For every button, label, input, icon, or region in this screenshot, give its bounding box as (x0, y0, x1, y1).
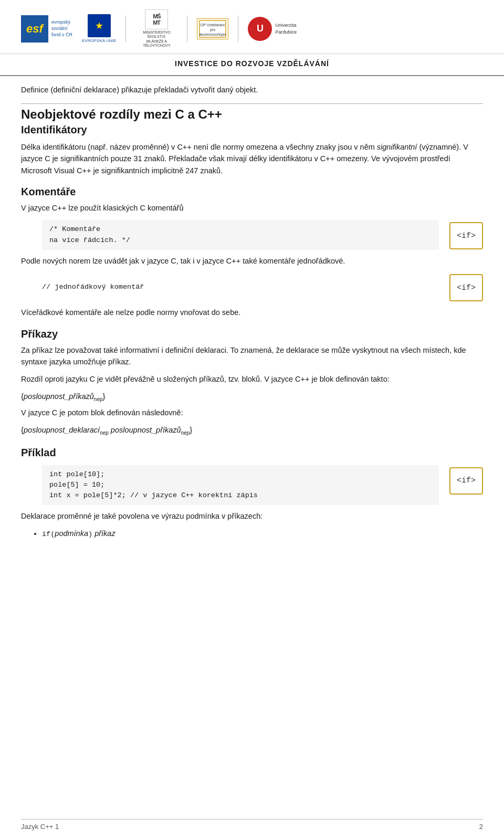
code-block-2: // jednořádkový komentář (42, 283, 439, 291)
footer-left: Jazyk C++ 1 (21, 823, 59, 831)
code-block-1-wrapper: /* Komentáře na více řádcích. */ <if> (42, 220, 483, 250)
eu-text: EVROPSKÁ UNIE (82, 38, 116, 43)
header-logos: esf evropský sociální fond v ČR ★ EVROPS… (21, 9, 297, 48)
section1-title: Neobjektové rozdíly mezi C a C++ (21, 107, 483, 122)
if-icon-2: <if> (449, 274, 483, 301)
section1-subtitle: Identifikátory (21, 124, 483, 136)
logo-msmt: MŠMT MINISTERSTVO ŠKOLSTVÍ,MLÁDEŽE A TĚL… (135, 9, 177, 48)
section-divider (21, 103, 483, 104)
header-divider3 (238, 16, 238, 42)
eu-stars: ★ (88, 14, 111, 37)
investice-banner: INVESTICE DO ROZVOJE VZDĚLÁVÁNÍ (0, 54, 504, 76)
page: esf evropský sociální fond v ČR ★ EVROPS… (0, 0, 504, 840)
block-c: {posloupnost_deklaracínep posloupnost_př… (21, 424, 483, 437)
section1-para1: Délka identifikátoru (např. název proměn… (21, 141, 483, 176)
code-block-3-wrapper: int pole[10]; pole[5] = 10; int x = pole… (42, 465, 483, 506)
section4-para1: Deklarace proměnné je také povolena ve v… (21, 510, 483, 522)
if-icon-1: <if> (449, 222, 483, 249)
main-content: Definice (definiční deklarace) přikazuje… (0, 76, 504, 540)
intro-line: Definice (definiční deklarace) přikazuje… (21, 86, 483, 94)
svg-text:OP Vzdělávání: OP Vzdělávání (201, 23, 225, 27)
section3-para3: V jazyce C je potom blok definován násle… (21, 407, 483, 418)
footer-right: 2 (479, 823, 483, 831)
code-block-3: int pole[10]; pole[5] = 10; int x = pole… (42, 465, 439, 506)
header-divider2 (187, 16, 187, 42)
header-divider (125, 16, 126, 42)
msmt-emblem: MŠMT (145, 9, 168, 29)
bullet-code: if( (42, 530, 55, 538)
code-block-1: /* Komentáře na více řádcích. */ (42, 220, 439, 250)
bullet-list: if(podmínka) příkaz (42, 528, 483, 540)
univ-text: UniverzitaPardubice (275, 22, 297, 35)
esf-text: evropský sociální fond v ČR (51, 19, 72, 38)
logo-esf: esf evropský sociální fond v ČR (21, 15, 72, 43)
univ-circle: U (248, 17, 272, 41)
bullet-item-1: if(podmínka) příkaz (42, 528, 483, 540)
code-block-2-wrapper: // jednořádkový komentář <if> (42, 272, 483, 301)
logo-univ: U UniverzitaPardubice (248, 17, 297, 41)
section2-para3: Víceřádkové komentáře ale nelze podle no… (21, 307, 483, 318)
bullet-italic2: příkaz (94, 529, 116, 538)
msmt-text: MINISTERSTVO ŠKOLSTVÍ,MLÁDEŽE A TĚLOVÝCH… (135, 30, 177, 48)
eu-logo: ★ EVROPSKÁ UNIE (82, 14, 116, 43)
investice-text: INVESTICE DO ROZVOJE VZDĚLÁVÁNÍ (175, 59, 329, 68)
univ-label: U (257, 23, 264, 34)
block-cpp: {posloupnost_příkazůnep} (21, 390, 483, 403)
section3-para1: Za příkaz lze považovat také informativn… (21, 344, 483, 368)
bullet-code2: ) (88, 530, 92, 538)
esf-box: esf (21, 15, 48, 43)
section2-para2: Podle nových norem lze uvádět jak v jazy… (21, 255, 483, 267)
op-box: OP Vzdělávání pro konkurenceschopnost (197, 18, 228, 39)
logo-op: OP Vzdělávání pro konkurenceschopnost (197, 18, 228, 39)
svg-text:pro: pro (210, 28, 215, 32)
bullet-italic: podmínka (55, 529, 88, 538)
section2-heading: Komentáře (21, 186, 483, 198)
section3-heading: Příkazy (21, 328, 483, 340)
esf-label: esf (26, 22, 43, 36)
svg-text:konkurenceschopnost: konkurenceschopnost (199, 33, 226, 37)
section3-para2: Rozdíl oproti jazyku C je vidět převážně… (21, 373, 483, 385)
section2-para1: V jazyce C++ lze použít klasických C kom… (21, 202, 483, 214)
header: esf evropský sociální fond v ČR ★ EVROPS… (0, 0, 504, 54)
footer: Jazyk C++ 1 2 (21, 819, 483, 831)
section4-heading: Příklad (21, 447, 483, 459)
if-icon-3: <if> (449, 467, 483, 495)
